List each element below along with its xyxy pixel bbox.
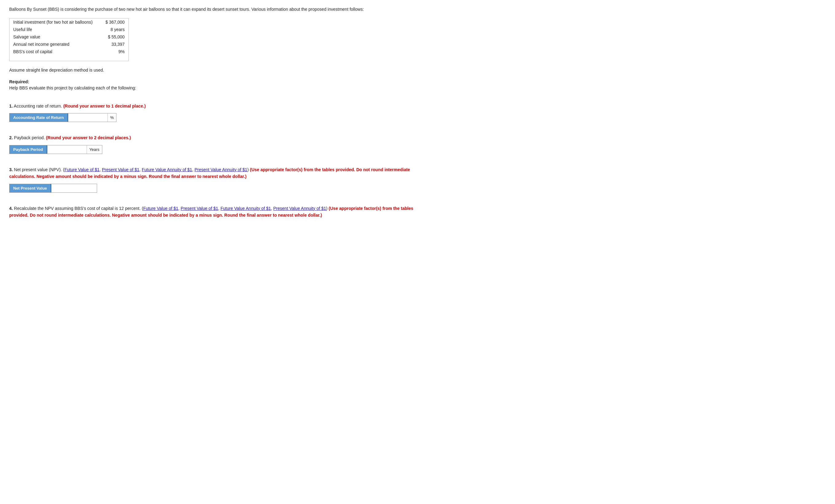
question-label-2: 2. Payback period. (Round your answer to…: [9, 134, 421, 141]
answer-input-2[interactable]: [47, 145, 87, 154]
info-row-label: Annual net income generated: [9, 41, 102, 48]
question-label-4: 4. Recalculate the NPV assuming BBS's co…: [9, 205, 421, 219]
q4-table-link-3[interactable]: Present Value Annuity of $1: [273, 206, 326, 211]
q4-table-link-2[interactable]: Future Value Annuity of $1: [221, 206, 271, 211]
answer-row-1: Accounting Rate of Return%: [9, 113, 117, 122]
question-number-3: 3.: [9, 167, 13, 172]
question-instruction-1: (Round your answer to 1 decimal place.): [63, 104, 146, 108]
info-row-value: $ 367,000: [102, 18, 128, 26]
question-instruction-2: (Round your answer to 2 decimal places.): [46, 135, 131, 140]
question-block-2: 2. Payback period. (Round your answer to…: [9, 134, 421, 154]
answer-label-2: Payback Period: [9, 145, 47, 154]
q4-table-link-0[interactable]: Future Value of $1: [143, 206, 178, 211]
info-row-value: 33,397: [102, 41, 128, 48]
question-number-1: 1.: [9, 104, 13, 108]
info-table: Initial investment (for two hot air ball…: [9, 18, 128, 55]
info-row-value: 9%: [102, 48, 128, 55]
info-table-row: Annual net income generated33,397: [9, 41, 128, 48]
q4-table-link-1[interactable]: Present Value of $1: [181, 206, 218, 211]
table-link-2[interactable]: Future Value Annuity of $1: [142, 167, 192, 172]
question-label-3: 3. Net present value (NPV). (Future Valu…: [9, 166, 421, 180]
info-row-label: Initial investment (for two hot air ball…: [9, 18, 102, 26]
answer-row-2: Payback PeriodYears: [9, 145, 102, 154]
question-block-1: 1. Accounting rate of return. (Round you…: [9, 103, 421, 122]
table-link-3[interactable]: Present Value Annuity of $1: [195, 167, 247, 172]
answer-unit-2: Years: [87, 145, 102, 154]
required-block: Required: Help BBS evaluate this project…: [9, 79, 421, 90]
answer-input-1[interactable]: [67, 114, 107, 122]
answer-row-3: Net Present Value: [9, 184, 97, 193]
info-row-label: Useful life: [9, 26, 102, 33]
info-row-label: Salvage value: [9, 33, 102, 41]
required-header: Required:: [9, 79, 421, 84]
info-row-value: $ 55,000: [102, 33, 128, 41]
info-table-row: BBS's cost of capital9%: [9, 48, 128, 55]
question-number-4: 4.: [9, 206, 13, 211]
question-block-3: 3. Net present value (NPV). (Future Valu…: [9, 166, 421, 193]
info-row-value: 8 years: [102, 26, 128, 33]
table-link-0[interactable]: Future Value of $1: [64, 167, 100, 172]
question-number-2: 2.: [9, 135, 13, 140]
intro-text: Balloons By Sunset (BBS) is considering …: [9, 6, 421, 13]
info-table-row: Initial investment (for two hot air ball…: [9, 18, 128, 26]
info-table-wrapper: Initial investment (for two hot air ball…: [9, 18, 129, 61]
question-label-1: 1. Accounting rate of return. (Round you…: [9, 103, 421, 109]
answer-label-1: Accounting Rate of Return: [9, 114, 67, 122]
info-row-label: BBS's cost of capital: [9, 48, 102, 55]
answer-label-3: Net Present Value: [9, 184, 51, 193]
assume-text: Assume straight line depreciation method…: [9, 67, 421, 73]
required-desc: Help BBS evaluate this project by calcul…: [9, 85, 421, 90]
table-link-1[interactable]: Present Value of $1: [102, 167, 140, 172]
answer-unit-1: %: [107, 114, 117, 122]
info-table-row: Useful life8 years: [9, 26, 128, 33]
info-table-row: Salvage value$ 55,000: [9, 33, 128, 41]
question-block-4: 4. Recalculate the NPV assuming BBS's co…: [9, 205, 421, 219]
answer-input-3[interactable]: [51, 184, 97, 193]
